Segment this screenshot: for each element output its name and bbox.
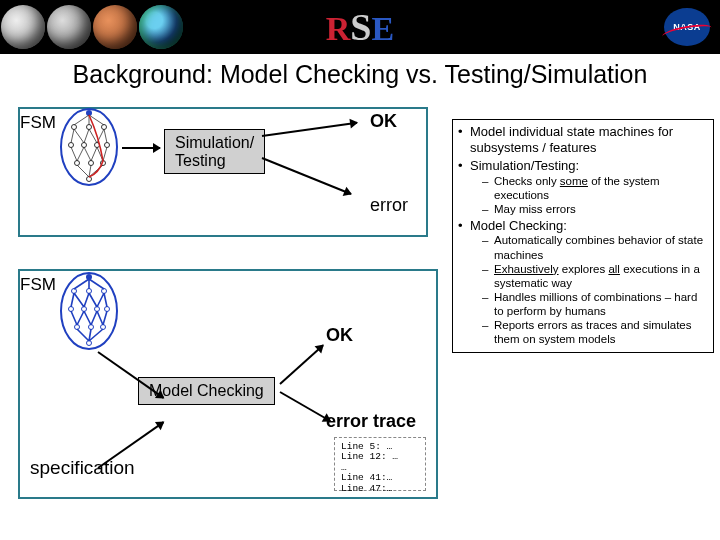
- bullet-model-individual: Model individual state machines for subs…: [456, 124, 710, 156]
- result-error-trace: error trace: [326, 411, 416, 432]
- svg-point-25: [87, 341, 92, 346]
- error-trace-box: Line 5: … Line 12: … … Line 41:… Line 47…: [334, 437, 426, 491]
- svg-point-20: [95, 307, 100, 312]
- svg-point-9: [75, 161, 80, 166]
- notes-sidebar: Model individual state machines for subs…: [452, 119, 714, 353]
- bullet-text: Simulation/Testing:: [470, 158, 579, 173]
- svg-point-17: [102, 289, 107, 294]
- svg-point-23: [89, 325, 94, 330]
- bullet-text: Model Checking:: [470, 218, 567, 233]
- fsm-graph-1: [58, 107, 120, 187]
- result-error-1: error: [370, 195, 408, 216]
- content-area: FSM Simulation/ Testing OK error FSM: [0, 89, 720, 539]
- svg-point-24: [101, 325, 106, 330]
- sub-handles-millions: Handles millions of combinations – hard …: [482, 290, 710, 318]
- rse-logo: RSE: [326, 5, 394, 49]
- svg-point-5: [69, 143, 74, 148]
- bullet-model-checking: Model Checking: Automatically combines b…: [456, 218, 710, 346]
- sub-exhaustively: Exhaustively explores all executions in …: [482, 262, 710, 290]
- mars-icon: [93, 5, 137, 49]
- svg-point-8: [105, 143, 110, 148]
- sub-checks-some: Checks only some of the system execution…: [482, 174, 710, 202]
- svg-point-19: [82, 307, 87, 312]
- banner: RSE NASA: [0, 0, 720, 54]
- fsm-graph-2: [58, 271, 120, 351]
- svg-point-4: [102, 125, 107, 130]
- fsm-label-2: FSM: [20, 275, 56, 295]
- svg-point-2: [72, 125, 77, 130]
- svg-point-15: [72, 289, 77, 294]
- specification-label: specification: [30, 457, 135, 479]
- nasa-logo: NASA: [664, 8, 710, 46]
- sub-reports-traces: Reports errors as traces and simulates t…: [482, 318, 710, 346]
- svg-point-21: [105, 307, 110, 312]
- svg-point-12: [87, 177, 92, 182]
- sub-auto-combines: Automatically combines behavior of state…: [482, 233, 710, 261]
- svg-point-18: [69, 307, 74, 312]
- mercury-icon: [1, 5, 45, 49]
- planet-strip: [0, 0, 184, 54]
- moon-icon: [47, 5, 91, 49]
- result-ok-2: OK: [326, 325, 353, 346]
- page-title: Background: Model Checking vs. Testing/S…: [0, 60, 720, 89]
- earth-icon: [139, 5, 183, 49]
- svg-point-3: [87, 125, 92, 130]
- logo-r: R: [326, 10, 351, 47]
- simulation-testing-box: Simulation/ Testing: [164, 129, 265, 174]
- svg-point-16: [87, 289, 92, 294]
- fsm-label-1: FSM: [20, 113, 56, 133]
- sub-may-miss: May miss errors: [482, 202, 710, 216]
- arrow-fsm1-to-proc: [122, 147, 160, 149]
- logo-e: E: [372, 10, 395, 47]
- svg-point-6: [82, 143, 87, 148]
- nasa-text: NASA: [673, 22, 701, 32]
- svg-point-10: [89, 161, 94, 166]
- bullet-simulation-testing: Simulation/Testing: Checks only some of …: [456, 158, 710, 216]
- result-ok-1: OK: [370, 111, 397, 132]
- svg-point-22: [75, 325, 80, 330]
- logo-s: S: [350, 6, 371, 48]
